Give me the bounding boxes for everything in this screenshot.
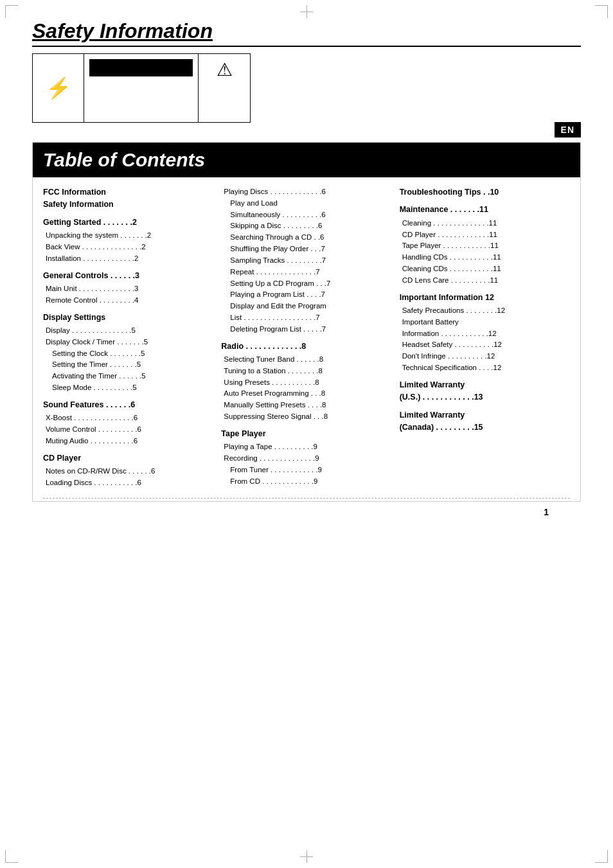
toc-display-settings-title: Display Settings [43, 312, 213, 324]
toc-item: Playing a Tape . . . . . . . . . .9 [221, 441, 391, 453]
toc-col-1: FCC InformationSafety Information Gettin… [43, 186, 221, 489]
toc-item: Remote Control . . . . . . . . .4 [43, 295, 213, 306]
corner-mark-bl [5, 850, 18, 863]
toc-subitem: Playing a Program List . . . .7 [221, 289, 391, 301]
toc-item: Selecting Tuner Band . . . . . .8 [221, 354, 391, 366]
page-number: 1 [32, 507, 581, 517]
toc-subitem: Simultaneously . . . . . . . . . .6 [221, 209, 391, 221]
warning-text-cell [84, 54, 199, 122]
toc-body: FCC InformationSafety Information Gettin… [33, 177, 580, 498]
lightning-icon: ⚡ [46, 76, 71, 100]
caution-icon-cell: ⚠ [199, 54, 250, 122]
toc-subitem: From CD . . . . . . . . . . . . .9 [221, 476, 391, 488]
toc-item: Tuning to a Station . . . . . . . .8 [221, 366, 391, 377]
toc-item: X-Boost . . . . . . . . . . . . . . .6 [43, 412, 213, 424]
toc-subitem: Setting the Clock . . . . . . . .5 [43, 348, 213, 360]
toc-limited-warranty-canada-title: Limited Warranty(Canada) . . . . . . . .… [400, 409, 570, 434]
toc-header: Table of Contents [33, 143, 580, 177]
en-badge: EN [555, 122, 581, 137]
toc-subitem: List . . . . . . . . . . . . . . . . . .… [221, 312, 391, 324]
toc-item: Tape Player . . . . . . . . . . . .11 [400, 240, 570, 252]
toc-item: Notes on CD-R/RW Disc . . . . . .6 [43, 466, 213, 477]
toc-item: Information . . . . . . . . . . . .12 [400, 328, 570, 340]
toc-item: Safety Precautions . . . . . . . .12 [400, 305, 570, 317]
toc-item: Cleaning . . . . . . . . . . . . . .11 [400, 218, 570, 229]
toc-item: CD Player . . . . . . . . . . . . .11 [400, 229, 570, 241]
toc-subitem: From Tuner . . . . . . . . . . . .9 [221, 465, 391, 476]
toc-subitem: Setting Up a CD Program . . .7 [221, 278, 391, 290]
toc-col-2: Playing Discs . . . . . . . . . . . . .6… [221, 186, 399, 489]
lightning-icon-cell: ⚡ [33, 54, 84, 122]
toc-item: Headset Safety . . . . . . . . . .12 [400, 339, 570, 351]
toc-item: Unpacking the system . . . . . . .2 [43, 230, 213, 242]
corner-mark-tr [595, 5, 608, 18]
toc-subitem: Play and Load [221, 198, 391, 209]
toc-item: Suppressing Stereo Signal . . .8 [221, 411, 391, 423]
toc-title: Table of Contents [43, 149, 570, 171]
toc-item: Main Unit . . . . . . . . . . . . . .3 [43, 283, 213, 295]
toc-item: CD Lens Care . . . . . . . . . .11 [400, 275, 570, 287]
toc-divider [43, 498, 570, 499]
toc-subitem: Display and Edit the Program [221, 301, 391, 312]
toc-item: Manually Setting Presets . . . .8 [221, 400, 391, 411]
toc-radio-title: Radio . . . . . . . . . . . . .8 [221, 341, 391, 353]
toc-item: Technical Specification . . . .12 [400, 362, 570, 374]
toc-subitem: Skipping a Disc . . . . . . . . .6 [221, 220, 391, 232]
toc-col-3: Troubleshooting Tips . .10 Maintenance .… [400, 186, 570, 489]
caution-icon: ⚠ [217, 59, 233, 80]
toc-fcc-title: FCC InformationSafety Information [43, 186, 213, 211]
reg-mark-top [300, 5, 313, 18]
toc-subitem: Sleep Mode . . . . . . . . . .5 [43, 382, 213, 394]
toc-limited-warranty-us-title: Limited Warranty(U.S.) . . . . . . . . .… [400, 379, 570, 404]
toc-general-controls-title: General Controls . . . . . .3 [43, 270, 213, 282]
toc-important-info-title: Important Information 12 [400, 292, 570, 304]
toc-subitem: Searching Through a CD . .6 [221, 232, 391, 244]
toc-troubleshooting-title: Troubleshooting Tips . .10 [400, 186, 570, 199]
toc-item: Handling CDs . . . . . . . . . . .11 [400, 252, 570, 263]
toc-tape-player-title: Tape Player [221, 428, 391, 440]
toc-item: Auto Preset Programming . . .8 [221, 388, 391, 400]
toc-subitem: Deleting Program List . . . . .7 [221, 324, 391, 335]
toc-section: Table of Contents FCC InformationSafety … [32, 142, 581, 502]
toc-item: Back View . . . . . . . . . . . . . . .2 [43, 242, 213, 253]
toc-item: Display Clock / Timer . . . . . . .5 [43, 337, 213, 348]
toc-item: Using Presets . . . . . . . . . . .8 [221, 377, 391, 389]
toc-subitem: Shuffling the Play Order . . .7 [221, 244, 391, 255]
toc-maintenance-title: Maintenance . . . . . . .11 [400, 204, 570, 216]
corner-mark-tl [5, 5, 18, 18]
toc-item: Don't Infringe . . . . . . . . . .12 [400, 351, 570, 362]
warning-box: ⚡ ⚠ [32, 53, 251, 123]
toc-item: Playing Discs . . . . . . . . . . . . .6 [221, 186, 391, 198]
toc-item: Installation . . . . . . . . . . . . .2 [43, 253, 213, 265]
toc-cd-player-title: CD Player [43, 452, 213, 465]
page-title: Safety Information [32, 19, 581, 43]
corner-mark-br [595, 850, 608, 863]
toc-item: Muting Audio . . . . . . . . . . .6 [43, 436, 213, 447]
toc-subitem: Setting the Timer . . . . . . .5 [43, 359, 213, 371]
toc-sound-features-title: Sound Features . . . . . .6 [43, 399, 213, 411]
toc-subitem: Activating the Timer . . . . . .5 [43, 371, 213, 382]
toc-item: Recording . . . . . . . . . . . . . .9 [221, 453, 391, 465]
toc-item: Volume Control . . . . . . . . . .6 [43, 424, 213, 436]
toc-subitem: Repeat . . . . . . . . . . . . . . .7 [221, 267, 391, 278]
toc-item: Cleaning CDs . . . . . . . . . . .11 [400, 263, 570, 275]
toc-subitem: Sampling Tracks . . . . . . . . .7 [221, 255, 391, 267]
toc-item: Important Battery [400, 317, 570, 328]
safety-header: Safety Information [32, 19, 581, 47]
toc-item: Display . . . . . . . . . . . . . . .5 [43, 325, 213, 337]
toc-getting-started-title: Getting Started . . . . . . .2 [43, 217, 213, 229]
toc-item: Loading Discs . . . . . . . . . . .6 [43, 477, 213, 489]
reg-mark-bottom [300, 850, 313, 863]
